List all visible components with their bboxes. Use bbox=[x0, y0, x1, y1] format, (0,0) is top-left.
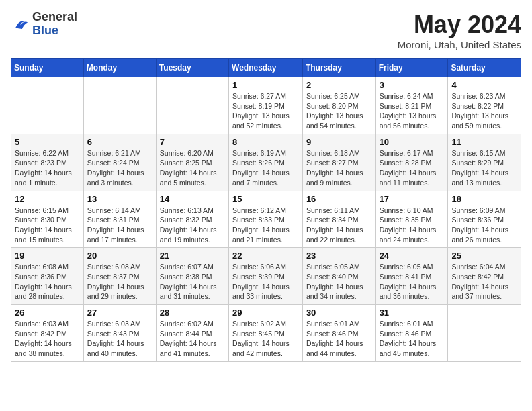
day-number: 9 bbox=[306, 137, 372, 147]
day-info: Sunrise: 6:07 AMSunset: 8:38 PMDaylight:… bbox=[160, 262, 225, 302]
weekday-header-saturday: Saturday bbox=[448, 59, 521, 77]
day-number: 30 bbox=[306, 308, 372, 318]
calendar-day-cell: 24Sunrise: 6:05 AMSunset: 8:41 PMDayligh… bbox=[375, 248, 448, 305]
day-info: Sunrise: 6:13 AMSunset: 8:32 PMDaylight:… bbox=[160, 205, 225, 245]
calendar-day-cell: 23Sunrise: 6:05 AMSunset: 8:40 PMDayligh… bbox=[302, 248, 375, 305]
weekday-header-wednesday: Wednesday bbox=[229, 59, 303, 77]
calendar-day-cell: 3Sunrise: 6:24 AMSunset: 8:21 PMDaylight… bbox=[375, 77, 448, 134]
calendar-week-2: 5Sunrise: 6:22 AMSunset: 8:23 PMDaylight… bbox=[11, 134, 521, 191]
day-info: Sunrise: 6:19 AMSunset: 8:26 PMDaylight:… bbox=[232, 148, 299, 188]
day-number: 22 bbox=[232, 250, 299, 261]
day-info: Sunrise: 6:22 AMSunset: 8:23 PMDaylight:… bbox=[15, 148, 80, 188]
calendar-day-cell: 19Sunrise: 6:08 AMSunset: 8:36 PMDayligh… bbox=[11, 248, 84, 305]
weekday-header-sunday: Sunday bbox=[11, 59, 84, 77]
day-number: 19 bbox=[15, 250, 80, 261]
day-info: Sunrise: 6:08 AMSunset: 8:37 PMDaylight:… bbox=[87, 262, 152, 302]
day-number: 14 bbox=[160, 194, 225, 204]
calendar-day-cell: 12Sunrise: 6:15 AMSunset: 8:30 PMDayligh… bbox=[11, 191, 84, 248]
day-info: Sunrise: 6:20 AMSunset: 8:25 PMDaylight:… bbox=[160, 148, 225, 188]
weekday-header-thursday: Thursday bbox=[302, 59, 375, 77]
day-info: Sunrise: 6:21 AMSunset: 8:24 PMDaylight:… bbox=[87, 148, 152, 188]
location-subtitle: Moroni, Utah, United States bbox=[398, 39, 521, 50]
day-info: Sunrise: 6:17 AMSunset: 8:28 PMDaylight:… bbox=[380, 148, 445, 188]
day-number: 11 bbox=[451, 137, 517, 147]
day-info: Sunrise: 6:02 AMSunset: 8:45 PMDaylight:… bbox=[232, 319, 299, 359]
day-number: 2 bbox=[306, 80, 372, 90]
calendar-day-cell: 25Sunrise: 6:04 AMSunset: 8:42 PMDayligh… bbox=[448, 248, 521, 305]
calendar-day-cell bbox=[11, 77, 84, 134]
day-info: Sunrise: 6:01 AMSunset: 8:46 PMDaylight:… bbox=[380, 319, 445, 359]
calendar-day-cell: 17Sunrise: 6:10 AMSunset: 8:35 PMDayligh… bbox=[375, 191, 448, 248]
day-info: Sunrise: 6:05 AMSunset: 8:40 PMDaylight:… bbox=[306, 262, 372, 302]
calendar-table: SundayMondayTuesdayWednesdayThursdayFrid… bbox=[11, 58, 521, 362]
day-number: 13 bbox=[87, 194, 152, 204]
calendar-day-cell: 26Sunrise: 6:03 AMSunset: 8:42 PMDayligh… bbox=[11, 305, 84, 362]
calendar-day-cell: 5Sunrise: 6:22 AMSunset: 8:23 PMDaylight… bbox=[11, 134, 84, 191]
calendar-day-cell: 28Sunrise: 6:02 AMSunset: 8:44 PMDayligh… bbox=[156, 305, 228, 362]
day-info: Sunrise: 6:05 AMSunset: 8:41 PMDaylight:… bbox=[380, 262, 445, 302]
calendar-day-cell: 2Sunrise: 6:25 AMSunset: 8:20 PMDaylight… bbox=[302, 77, 375, 134]
calendar-day-cell: 21Sunrise: 6:07 AMSunset: 8:38 PMDayligh… bbox=[156, 248, 228, 305]
day-number: 25 bbox=[451, 250, 517, 261]
calendar-day-cell: 14Sunrise: 6:13 AMSunset: 8:32 PMDayligh… bbox=[156, 191, 228, 248]
day-number: 29 bbox=[232, 308, 299, 318]
day-info: Sunrise: 6:04 AMSunset: 8:42 PMDaylight:… bbox=[451, 262, 517, 302]
day-info: Sunrise: 6:12 AMSunset: 8:33 PMDaylight:… bbox=[232, 205, 299, 245]
day-number: 31 bbox=[380, 308, 445, 318]
day-info: Sunrise: 6:11 AMSunset: 8:34 PMDaylight:… bbox=[306, 205, 372, 245]
day-number: 12 bbox=[15, 194, 80, 204]
weekday-header-friday: Friday bbox=[375, 59, 448, 77]
day-number: 8 bbox=[232, 137, 299, 147]
day-info: Sunrise: 6:14 AMSunset: 8:31 PMDaylight:… bbox=[87, 205, 152, 245]
calendar-day-cell: 9Sunrise: 6:18 AMSunset: 8:27 PMDaylight… bbox=[302, 134, 375, 191]
calendar-day-cell: 20Sunrise: 6:08 AMSunset: 8:37 PMDayligh… bbox=[83, 248, 156, 305]
day-info: Sunrise: 6:15 AMSunset: 8:30 PMDaylight:… bbox=[15, 205, 80, 245]
calendar-week-4: 19Sunrise: 6:08 AMSunset: 8:36 PMDayligh… bbox=[11, 248, 521, 305]
day-info: Sunrise: 6:24 AMSunset: 8:21 PMDaylight:… bbox=[380, 91, 445, 131]
day-info: Sunrise: 6:03 AMSunset: 8:42 PMDaylight:… bbox=[15, 319, 80, 359]
day-number: 15 bbox=[232, 194, 299, 204]
logo-text: General Blue bbox=[32, 11, 77, 38]
weekday-header-tuesday: Tuesday bbox=[156, 59, 228, 77]
calendar-day-cell: 15Sunrise: 6:12 AMSunset: 8:33 PMDayligh… bbox=[229, 191, 303, 248]
calendar-day-cell: 6Sunrise: 6:21 AMSunset: 8:24 PMDaylight… bbox=[83, 134, 156, 191]
calendar-day-cell: 8Sunrise: 6:19 AMSunset: 8:26 PMDaylight… bbox=[229, 134, 303, 191]
logo: General Blue bbox=[11, 11, 77, 38]
calendar-body: 1Sunrise: 6:27 AMSunset: 8:19 PMDaylight… bbox=[11, 77, 521, 362]
day-info: Sunrise: 6:10 AMSunset: 8:35 PMDaylight:… bbox=[380, 205, 445, 245]
calendar-day-cell bbox=[83, 77, 156, 134]
calendar-week-3: 12Sunrise: 6:15 AMSunset: 8:30 PMDayligh… bbox=[11, 191, 521, 248]
calendar-week-5: 26Sunrise: 6:03 AMSunset: 8:42 PMDayligh… bbox=[11, 305, 521, 362]
calendar-day-cell: 16Sunrise: 6:11 AMSunset: 8:34 PMDayligh… bbox=[302, 191, 375, 248]
calendar-day-cell bbox=[448, 305, 521, 362]
calendar-day-cell: 18Sunrise: 6:09 AMSunset: 8:36 PMDayligh… bbox=[448, 191, 521, 248]
calendar-day-cell: 4Sunrise: 6:23 AMSunset: 8:22 PMDaylight… bbox=[448, 77, 521, 134]
calendar-week-1: 1Sunrise: 6:27 AMSunset: 8:19 PMDaylight… bbox=[11, 77, 521, 134]
calendar-day-cell: 27Sunrise: 6:03 AMSunset: 8:43 PMDayligh… bbox=[83, 305, 156, 362]
calendar-day-cell bbox=[156, 77, 228, 134]
calendar-day-cell: 7Sunrise: 6:20 AMSunset: 8:25 PMDaylight… bbox=[156, 134, 228, 191]
day-info: Sunrise: 6:09 AMSunset: 8:36 PMDaylight:… bbox=[451, 205, 517, 245]
calendar-day-cell: 11Sunrise: 6:15 AMSunset: 8:29 PMDayligh… bbox=[448, 134, 521, 191]
title-block: May 2024 Moroni, Utah, United States bbox=[398, 11, 521, 50]
calendar-day-cell: 13Sunrise: 6:14 AMSunset: 8:31 PMDayligh… bbox=[83, 191, 156, 248]
day-info: Sunrise: 6:18 AMSunset: 8:27 PMDaylight:… bbox=[306, 148, 372, 188]
calendar-day-cell: 22Sunrise: 6:06 AMSunset: 8:39 PMDayligh… bbox=[229, 248, 303, 305]
weekday-header-row: SundayMondayTuesdayWednesdayThursdayFrid… bbox=[11, 59, 521, 77]
page-title: May 2024 bbox=[398, 11, 521, 39]
calendar-day-cell: 31Sunrise: 6:01 AMSunset: 8:46 PMDayligh… bbox=[375, 305, 448, 362]
page-header: General Blue May 2024 Moroni, Utah, Unit… bbox=[11, 11, 521, 50]
day-number: 21 bbox=[160, 250, 225, 261]
day-info: Sunrise: 6:03 AMSunset: 8:43 PMDaylight:… bbox=[87, 319, 152, 359]
day-number: 26 bbox=[15, 308, 80, 318]
day-number: 7 bbox=[160, 137, 225, 147]
day-info: Sunrise: 6:08 AMSunset: 8:36 PMDaylight:… bbox=[15, 262, 80, 302]
day-info: Sunrise: 6:27 AMSunset: 8:19 PMDaylight:… bbox=[232, 91, 299, 131]
calendar-day-cell: 10Sunrise: 6:17 AMSunset: 8:28 PMDayligh… bbox=[375, 134, 448, 191]
day-number: 24 bbox=[380, 250, 445, 261]
weekday-header-monday: Monday bbox=[83, 59, 156, 77]
day-number: 18 bbox=[451, 194, 517, 204]
day-number: 23 bbox=[306, 250, 372, 261]
calendar-header: SundayMondayTuesdayWednesdayThursdayFrid… bbox=[11, 59, 521, 77]
day-info: Sunrise: 6:06 AMSunset: 8:39 PMDaylight:… bbox=[232, 262, 299, 302]
